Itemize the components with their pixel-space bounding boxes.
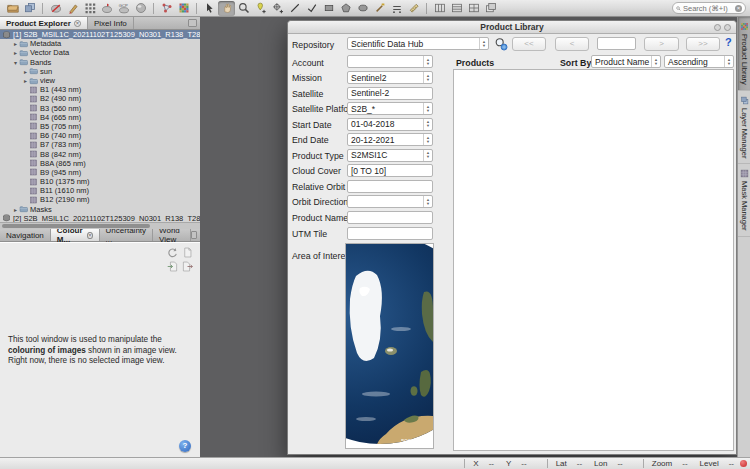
- tree-item[interactable]: ▸sun: [0, 67, 200, 76]
- sort-order-combobox[interactable]: Ascending ▲▼: [664, 55, 734, 68]
- gcp-placing-tool-icon[interactable]: [269, 1, 286, 16]
- tab-close-icon[interactable]: ×: [74, 20, 81, 27]
- tree-item[interactable]: B7 (783 nm): [0, 140, 200, 149]
- product-name-field[interactable]: [347, 211, 433, 224]
- colour-tab-uncertainty[interactable]: Uncertainty ...: [100, 229, 153, 241]
- tree-item[interactable]: B8A (865 nm): [0, 159, 200, 168]
- dock-tab-product-library[interactable]: Product Library: [738, 17, 750, 91]
- dock-tab-layer-manager[interactable]: Layer Manager: [738, 91, 750, 164]
- tree-expander-icon[interactable]: ▸: [12, 40, 19, 47]
- end-date-field[interactable]: 20-12-2021▲▼: [347, 133, 433, 146]
- gcp-manager-icon[interactable]: [115, 1, 132, 16]
- scrollbar-thumb[interactable]: [2, 224, 150, 228]
- tree-item[interactable]: [1] S2B_MSIL1C_20211102T125309_N0301_R13…: [0, 30, 200, 39]
- session-icon[interactable]: [47, 1, 64, 16]
- explorer-tab-product-explorer[interactable]: Product Explorer×: [0, 17, 88, 29]
- mission-field[interactable]: Sentinel2▲▼: [347, 71, 433, 84]
- satellite-platform-field[interactable]: S2B_*▲▼: [347, 102, 433, 115]
- tree-item[interactable]: ▸Masks: [0, 205, 200, 214]
- save-product-icon[interactable]: [21, 1, 38, 16]
- search-clear-icon[interactable]: ×: [735, 5, 742, 12]
- cloud-cover-field[interactable]: [0 TO 10]: [347, 164, 433, 177]
- measurement-tool-icon[interactable]: [388, 1, 405, 16]
- tree-expander-icon[interactable]: ▸: [22, 77, 29, 84]
- panel-float-icon[interactable]: [188, 19, 197, 27]
- open-product-icon[interactable]: [4, 1, 21, 16]
- tree-item[interactable]: B9 (945 nm): [0, 168, 200, 177]
- tile-evenly-icon[interactable]: [465, 1, 482, 16]
- polygon-drawing-tool-icon[interactable]: [337, 1, 354, 16]
- polyline-drawing-tool-icon[interactable]: [303, 1, 320, 16]
- dialog-titlebar[interactable]: Product Library: [288, 21, 736, 34]
- dialog-close-button[interactable]: [724, 24, 731, 31]
- tree-item[interactable]: B12 (2190 nm): [0, 195, 200, 204]
- product-type-field[interactable]: S2MSI1C▲▼: [347, 149, 433, 162]
- tree-item[interactable]: ▾Bands: [0, 58, 200, 67]
- open-local-product-button[interactable]: [492, 36, 510, 51]
- tile-horizontally-icon[interactable]: [448, 1, 465, 16]
- export-view-icon[interactable]: [64, 1, 81, 16]
- tree-item[interactable]: [2] S2B_MSIL1C_20211102T125309_N0301_R13…: [0, 214, 200, 222]
- help-icon[interactable]: ?: [179, 440, 191, 452]
- magic-wand-tool-icon[interactable]: [371, 1, 388, 16]
- dialog-help-button[interactable]: ?: [725, 36, 732, 48]
- tree-item[interactable]: B8 (842 nm): [0, 149, 200, 158]
- search-box[interactable]: ×: [672, 2, 746, 14]
- tree-item[interactable]: B2 (490 nm): [0, 94, 200, 103]
- tree-item[interactable]: B4 (665 nm): [0, 113, 200, 122]
- utm-tile-field[interactable]: [347, 227, 433, 240]
- colour-tab-colour-m[interactable]: Colour M...×: [51, 229, 100, 241]
- tree-item[interactable]: ▸Metadata: [0, 39, 200, 48]
- tile-vertically-icon[interactable]: [431, 1, 448, 16]
- explorer-tab-pixel-info[interactable]: Pixel Info: [88, 17, 134, 29]
- tree-expander-icon[interactable]: ▸: [22, 68, 29, 75]
- next-page-button[interactable]: >: [644, 37, 679, 51]
- ellipse-drawing-tool-icon[interactable]: [354, 1, 371, 16]
- cascade-windows-icon[interactable]: [482, 1, 499, 16]
- account-combobox[interactable]: ▲▼: [347, 55, 433, 68]
- panel-float-icon[interactable]: [191, 231, 197, 239]
- spinner-stepper-icon[interactable]: ▲▼: [423, 119, 432, 130]
- tree-item[interactable]: ▸Vector Data: [0, 48, 200, 57]
- tree-item[interactable]: B11 (1610 nm): [0, 186, 200, 195]
- last-page-button[interactable]: >>: [686, 37, 720, 51]
- pin-manager-icon[interactable]: [98, 1, 115, 16]
- tab-close-icon[interactable]: ×: [87, 232, 92, 239]
- graph-builder-icon[interactable]: [158, 1, 175, 16]
- tie-point-grid-icon[interactable]: [81, 1, 98, 16]
- selection-tool-icon[interactable]: [201, 1, 218, 16]
- products-list[interactable]: [453, 69, 734, 451]
- first-page-button[interactable]: <<: [512, 37, 546, 51]
- search-input[interactable]: [683, 4, 733, 13]
- tree-item[interactable]: B3 (560 nm): [0, 104, 200, 113]
- pin-placing-tool-icon[interactable]: [252, 1, 269, 16]
- tree-item[interactable]: B6 (740 nm): [0, 131, 200, 140]
- tree-expander-icon[interactable]: ▸: [12, 206, 19, 213]
- rectangle-drawing-tool-icon[interactable]: [320, 1, 337, 16]
- page-number-field[interactable]: [597, 37, 636, 50]
- tree-item[interactable]: B1 (443 nm): [0, 85, 200, 94]
- colour-tab-world-view[interactable]: World View: [153, 229, 191, 241]
- tree-item[interactable]: B10 (1375 nm): [0, 177, 200, 186]
- combo-stepper-icon[interactable]: ▲▼: [423, 150, 432, 161]
- import-palette-icon[interactable]: [166, 260, 179, 272]
- relative-orbit-field[interactable]: [347, 180, 433, 193]
- colour-tab-navigation[interactable]: Navigation: [0, 229, 51, 241]
- pixel-info-icon[interactable]: [175, 1, 192, 16]
- line-drawing-tool-icon[interactable]: [286, 1, 303, 16]
- start-date-field[interactable]: 01-04-2018▲▼: [347, 118, 433, 131]
- combo-stepper-icon[interactable]: ▲▼: [423, 72, 432, 83]
- dock-tab-mask-manager[interactable]: Mask Manager: [738, 164, 750, 237]
- tree-item[interactable]: B5 (705 nm): [0, 122, 200, 131]
- tree-item[interactable]: ▸view: [0, 76, 200, 85]
- world-map-icon[interactable]: [132, 1, 149, 16]
- repository-combobox[interactable]: Scientific Data Hub ▲▼: [347, 37, 489, 50]
- zoom-tool-icon[interactable]: [235, 1, 252, 16]
- tree-horizontal-scrollbar[interactable]: [0, 222, 200, 229]
- range-finder-tool-icon[interactable]: [405, 1, 422, 16]
- pan-tool-icon[interactable]: [218, 1, 235, 16]
- reset-icon[interactable]: [166, 246, 179, 258]
- sort-field-combobox[interactable]: Product Name ▲▼: [591, 55, 661, 68]
- status-indicator-icon[interactable]: [740, 460, 747, 467]
- previous-page-button[interactable]: <: [555, 37, 589, 51]
